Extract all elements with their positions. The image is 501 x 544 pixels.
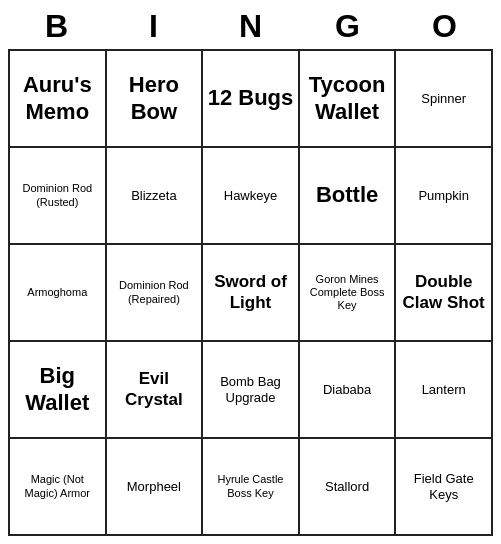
cell-r2-c1[interactable]: Dominion Rod (Repaired) xyxy=(107,245,204,342)
header-i: I xyxy=(105,8,202,45)
cell-r1-c3[interactable]: Bottle xyxy=(300,148,397,245)
cell-r4-c3[interactable]: Stallord xyxy=(300,439,397,536)
cell-r4-c1[interactable]: Morpheel xyxy=(107,439,204,536)
cell-r3-c4[interactable]: Lantern xyxy=(396,342,493,439)
cell-r2-c2[interactable]: Sword of Light xyxy=(203,245,300,342)
header-o: O xyxy=(396,8,493,45)
cell-r2-c4[interactable]: Double Claw Shot xyxy=(396,245,493,342)
cell-r2-c3[interactable]: Goron Mines Complete Boss Key xyxy=(300,245,397,342)
cell-r0-c3[interactable]: Tycoon Wallet xyxy=(300,51,397,148)
header-n: N xyxy=(202,8,299,45)
cell-r3-c1[interactable]: Evil Crystal xyxy=(107,342,204,439)
cell-r0-c2[interactable]: 12 Bugs xyxy=(203,51,300,148)
cell-r0-c4[interactable]: Spinner xyxy=(396,51,493,148)
cell-r4-c0[interactable]: Magic (Not Magic) Armor xyxy=(10,439,107,536)
cell-r4-c4[interactable]: Field Gate Keys xyxy=(396,439,493,536)
cell-r3-c0[interactable]: Big Wallet xyxy=(10,342,107,439)
header-g: G xyxy=(299,8,396,45)
cell-r1-c1[interactable]: Blizzeta xyxy=(107,148,204,245)
cell-r1-c2[interactable]: Hawkeye xyxy=(203,148,300,245)
header-b: B xyxy=(8,8,105,45)
bingo-header: B I N G O xyxy=(8,8,493,45)
cell-r2-c0[interactable]: Armoghoma xyxy=(10,245,107,342)
cell-r3-c2[interactable]: Bomb Bag Upgrade xyxy=(203,342,300,439)
cell-r1-c4[interactable]: Pumpkin xyxy=(396,148,493,245)
cell-r3-c3[interactable]: Diababa xyxy=(300,342,397,439)
cell-r4-c2[interactable]: Hyrule Castle Boss Key xyxy=(203,439,300,536)
cell-r0-c1[interactable]: Hero Bow xyxy=(107,51,204,148)
bingo-grid: Auru's MemoHero Bow12 BugsTycoon WalletS… xyxy=(8,49,493,536)
cell-r0-c0[interactable]: Auru's Memo xyxy=(10,51,107,148)
cell-r1-c0[interactable]: Dominion Rod (Rusted) xyxy=(10,148,107,245)
